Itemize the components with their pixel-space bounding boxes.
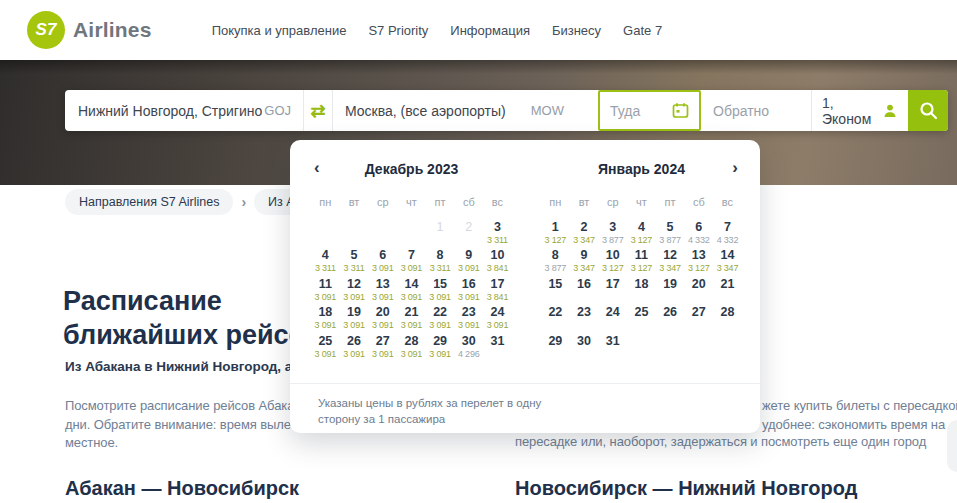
nav-item[interactable]: Покупка и управление <box>212 23 347 38</box>
calendar-day[interactable]: 23 <box>570 304 599 333</box>
nav-item[interactable]: Gate 7 <box>623 23 662 38</box>
calendar-day[interactable]: 253 091 <box>311 333 340 362</box>
day-number: 31 <box>483 334 512 349</box>
calendar-icon <box>672 102 689 119</box>
calendar-day[interactable]: 113 091 <box>311 276 340 305</box>
weekday-label: вс <box>713 190 742 214</box>
calendar-day[interactable]: 223 091 <box>426 304 455 333</box>
origin-field[interactable]: Нижний Новгород, Стригино GOJ <box>65 90 303 131</box>
calendar-day[interactable]: 233 091 <box>454 304 483 333</box>
day-price: 3 347 <box>570 235 599 245</box>
calendar-day[interactable]: 63 091 <box>368 247 397 276</box>
calendar-day[interactable]: 73 091 <box>397 247 426 276</box>
day-price: 3 091 <box>368 320 397 330</box>
calendar-day[interactable]: 173 841 <box>483 276 512 305</box>
nav-item[interactable]: Информация <box>450 23 530 38</box>
destination-value: Москва, (все аэропорты) <box>345 103 506 119</box>
calendar-day[interactable]: 93 347 <box>570 247 599 276</box>
calendar-day[interactable]: 193 091 <box>340 304 369 333</box>
s7-logo-text: Airlines <box>73 18 152 42</box>
calendar-day[interactable]: 21 <box>713 276 742 305</box>
calendar-day[interactable]: 53 877 <box>656 219 685 248</box>
calendar-day[interactable]: 103 127 <box>598 247 627 276</box>
calendar-day[interactable]: 33 311 <box>483 219 512 248</box>
calendar-day[interactable]: 31 <box>598 333 627 362</box>
s7-logo-mark: S7 <box>36 20 57 40</box>
calendar-day[interactable]: 163 091 <box>454 276 483 305</box>
day-number: 22 <box>541 305 570 320</box>
calendar-day[interactable]: 123 347 <box>656 247 685 276</box>
destination-field[interactable]: Москва, (все аэропорты) MOW <box>333 90 598 131</box>
origin-code: GOJ <box>264 103 291 118</box>
calendar-day[interactable]: 18 <box>627 276 656 305</box>
price-note: Указаны цены в рублях за перелет в одну … <box>318 395 760 427</box>
calendar-day[interactable]: 29 <box>541 333 570 362</box>
return-date-field[interactable]: Обратно <box>701 90 811 131</box>
floating-widget-edge[interactable] <box>947 420 957 472</box>
calendar-day[interactable]: 293 091 <box>426 333 455 362</box>
calendar-day[interactable]: 22 <box>541 304 570 333</box>
calendar-day[interactable]: 20 <box>684 276 713 305</box>
calendar-day[interactable]: 153 091 <box>426 276 455 305</box>
calendar-day[interactable]: 133 091 <box>368 276 397 305</box>
calendar-day[interactable]: 25 <box>627 304 656 333</box>
s7-logo[interactable]: S7 Airlines <box>27 11 152 49</box>
calendar-day[interactable]: 13 127 <box>541 219 570 248</box>
calendar-day[interactable]: 243 091 <box>483 304 512 333</box>
nav-item[interactable]: Бизнесу <box>552 23 601 38</box>
page-title-line2: ближайших рейсов <box>63 318 322 352</box>
calendar-day[interactable]: 203 091 <box>368 304 397 333</box>
calendar-day[interactable]: 263 091 <box>340 333 369 362</box>
calendar-day[interactable]: 30 <box>570 333 599 362</box>
calendar-day[interactable]: 304 296 <box>454 333 483 362</box>
day-price: 3 091 <box>397 263 426 273</box>
day-number: 1 <box>541 220 570 235</box>
breadcrumb-chip[interactable]: Направления S7 Airlines <box>65 189 233 215</box>
day-number: 12 <box>656 248 685 263</box>
calendar-day[interactable]: 83 877 <box>541 247 570 276</box>
calendar-day[interactable]: 23 347 <box>570 219 599 248</box>
calendar-day[interactable]: 24 <box>598 304 627 333</box>
day-price: 3 091 <box>368 292 397 302</box>
calendar-day[interactable]: 213 091 <box>397 304 426 333</box>
paragraph-line: удобнее: сэкономить время на <box>762 416 957 435</box>
depart-date-field[interactable]: Туда <box>598 90 701 131</box>
calendar-day[interactable]: 17 <box>598 276 627 305</box>
calendar-day[interactable]: 143 347 <box>713 247 742 276</box>
day-price: 3 841 <box>483 263 512 273</box>
passengers-field[interactable]: 1, Эконом <box>811 90 908 131</box>
nav-item[interactable]: S7 Priority <box>368 23 428 38</box>
calendar-day[interactable]: 64 332 <box>684 219 713 248</box>
day-number: 10 <box>483 248 512 263</box>
calendar-day[interactable]: 43 127 <box>627 219 656 248</box>
day-price: 3 127 <box>627 235 656 245</box>
calendar-day[interactable]: 27 <box>684 304 713 333</box>
calendar-day[interactable]: 15 <box>541 276 570 305</box>
calendar-day[interactable]: 143 091 <box>397 276 426 305</box>
search-icon <box>919 101 938 120</box>
day-number: 24 <box>483 305 512 320</box>
calendar-day[interactable]: 133 127 <box>684 247 713 276</box>
calendar-day[interactable]: 113 127 <box>627 247 656 276</box>
calendar-day[interactable]: 31 <box>483 333 512 362</box>
day-number: 20 <box>684 277 713 292</box>
calendar-day[interactable]: 19 <box>656 276 685 305</box>
calendar-day[interactable]: 43 311 <box>311 247 340 276</box>
calendar-day[interactable]: 83 311 <box>426 247 455 276</box>
calendar-day[interactable]: 123 091 <box>340 276 369 305</box>
calendar-day[interactable]: 16 <box>570 276 599 305</box>
calendar-day[interactable]: 74 332 <box>713 219 742 248</box>
calendar-day[interactable]: 53 311 <box>340 247 369 276</box>
day-number: 3 <box>598 220 627 235</box>
calendar-day[interactable]: 26 <box>656 304 685 333</box>
day-number: 27 <box>684 305 713 320</box>
calendar-day[interactable]: 33 877 <box>598 219 627 248</box>
calendar-day[interactable]: 28 <box>713 304 742 333</box>
swap-icon[interactable]: ⇄ <box>303 90 333 131</box>
calendar-day[interactable]: 183 091 <box>311 304 340 333</box>
search-button[interactable] <box>908 90 948 131</box>
calendar-day[interactable]: 273 091 <box>368 333 397 362</box>
calendar-day[interactable]: 93 091 <box>454 247 483 276</box>
calendar-day[interactable]: 103 841 <box>483 247 512 276</box>
calendar-day[interactable]: 283 091 <box>397 333 426 362</box>
